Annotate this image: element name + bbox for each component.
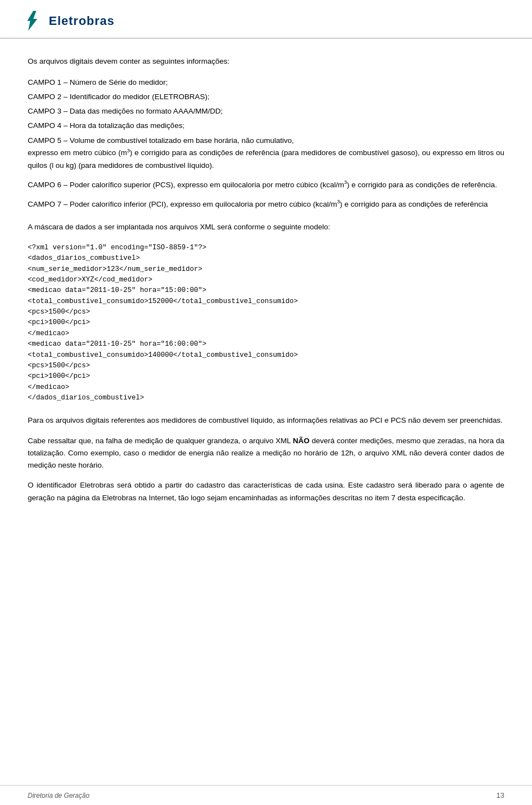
intro-paragraph: Os arquivos digitais devem conter as seg… <box>28 55 504 68</box>
page-header: Eletrobras <box>0 0 532 39</box>
footer-page-number: 13 <box>497 791 504 799</box>
campo-list: CAMPO 1 – Número de Série do medidor; CA… <box>28 76 504 172</box>
logo-container: Eletrobras <box>22 10 115 32</box>
paragraph-2: Cabe ressaltar que, na falha de medição … <box>28 435 504 472</box>
campo-1: CAMPO 1 – Número de Série do medidor; <box>28 76 504 89</box>
xml-code-block: <?xml version="1.0" encoding="ISO-8859-1… <box>28 243 504 404</box>
svg-marker-1 <box>27 11 37 31</box>
campo5-detail: expresso em metro cúbico (m3) e corrigid… <box>28 148 504 169</box>
footer-left-text: Diretoria de Geração <box>28 792 89 799</box>
eletrobras-logo-icon <box>22 10 44 32</box>
campo5-label: CAMPO 5 – Volume de combustível totaliza… <box>28 136 294 145</box>
campo-4: CAMPO 4 – Hora da totalização das mediçõ… <box>28 120 504 132</box>
page-footer: Diretoria de Geração 13 <box>0 785 532 805</box>
campo-6: CAMPO 6 – Poder calorífico superior (PCS… <box>28 178 504 191</box>
paragraph-3: O identificador Eletrobras será obtido a… <box>28 479 504 504</box>
para2-normal: Cabe ressaltar que, na falha de medição … <box>28 437 293 445</box>
logo-text: Eletrobras <box>49 14 115 28</box>
para2-bold: NÃO <box>293 437 310 445</box>
campo-7: CAMPO 7 – Poder calorífico inferior (PCI… <box>28 198 504 211</box>
mask-intro: A máscara de dados a ser implantada nos … <box>28 221 504 233</box>
main-content: Os arquivos digitais devem conter as seg… <box>0 39 532 556</box>
paragraph-1: Para os arquivos digitais referentes aos… <box>28 414 504 427</box>
campo-2: CAMPO 2 – Identificador do medidor (ELET… <box>28 91 504 103</box>
campo-3: CAMPO 3 – Data das medições no formato A… <box>28 105 504 117</box>
campo-5: CAMPO 5 – Volume de combustível totaliza… <box>28 135 504 172</box>
